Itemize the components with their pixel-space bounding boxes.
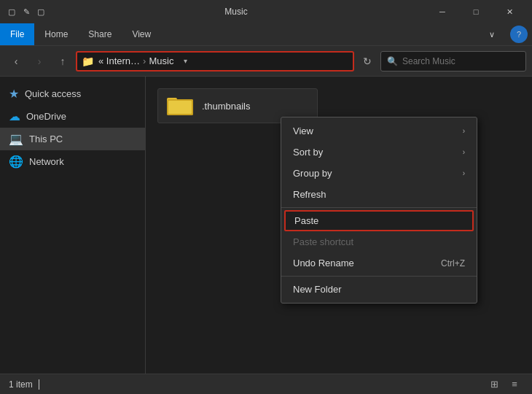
ctx-new-folder-label: New Folder	[293, 284, 341, 295]
status-item-count: 1 item	[9, 379, 33, 390]
search-icon: 🔍	[387, 56, 398, 66]
ctx-sort-by-label: Sort by	[293, 147, 323, 158]
ribbon-tabs: File Home Share View ∨ ?	[0, 23, 532, 45]
ctx-refresh[interactable]: Refresh	[281, 184, 477, 205]
address-dropdown-button[interactable]: ▾	[178, 57, 192, 65]
ctx-refresh-label: Refresh	[293, 189, 326, 200]
sidebar-label-network: Network	[29, 156, 64, 167]
nav-bar: ‹ › ↑ 📁 « Intern… › Music ▾ ↻ 🔍	[0, 46, 532, 77]
pc-icon: 💻	[9, 132, 23, 146]
star-icon: ★	[9, 87, 19, 101]
minimize-button[interactable]: ─	[426, 0, 459, 23]
title-bar: ▢ ✎ ▢ Music ─ □ ✕	[0, 0, 532, 23]
sidebar-item-network[interactable]: 🌐 Network	[0, 150, 145, 173]
app-icon-1: ▢	[6, 6, 17, 18]
sidebar-item-quick-access[interactable]: ★ Quick access	[0, 82, 145, 105]
address-part-2: Music	[149, 55, 173, 66]
svg-rect-3	[168, 101, 192, 114]
tab-file[interactable]: File	[0, 23, 34, 45]
network-icon: 🌐	[9, 155, 23, 169]
close-button[interactable]: ✕	[493, 0, 526, 23]
address-part-1: « Intern…	[98, 55, 140, 66]
ctx-view-label: View	[293, 125, 313, 136]
ctx-paste-shortcut: Paste shortcut	[281, 231, 477, 252]
search-input[interactable]	[402, 56, 520, 66]
ctx-view-arrow: ›	[463, 127, 465, 135]
status-cursor	[39, 379, 39, 390]
help-button[interactable]: ?	[510, 26, 528, 43]
folder-icon	[167, 95, 193, 117]
app-icon-3: ▢	[35, 6, 47, 18]
list-view-button[interactable]: ≡	[506, 376, 523, 393]
tab-share[interactable]: Share	[78, 23, 122, 45]
app-icon-2: ✎	[20, 6, 32, 18]
file-name-thumbnails: .thumbnails	[202, 101, 250, 112]
sidebar-label-this-pc: This PC	[29, 134, 63, 144]
tab-view[interactable]: View	[122, 23, 161, 45]
address-text: « Intern… › Music	[98, 55, 173, 66]
forward-button: ›	[29, 51, 50, 72]
sidebar-item-onedrive[interactable]: ☁ OneDrive	[0, 105, 145, 128]
sidebar-item-this-pc[interactable]: 💻 This PC	[0, 128, 145, 150]
maximize-button[interactable]: □	[459, 0, 493, 23]
ribbon-chevron-button[interactable]: ∨	[475, 23, 509, 46]
ctx-group-arrow: ›	[463, 169, 465, 177]
ribbon-right-controls: ∨ ?	[475, 23, 532, 46]
window-title: Music	[51, 7, 421, 17]
ctx-undo-rename-label: Undo Rename	[293, 258, 354, 269]
address-sep: ›	[143, 55, 146, 66]
file-area: .thumbnails View › Sort by › Group by › …	[146, 77, 532, 374]
ctx-paste-shortcut-label: Paste shortcut	[293, 236, 353, 247]
ctx-separator-2	[281, 276, 477, 277]
ctx-sort-by[interactable]: Sort by ›	[281, 142, 477, 163]
title-bar-app-icons: ▢ ✎ ▢	[6, 6, 47, 18]
context-menu: View › Sort by › Group by › Refresh Past…	[281, 117, 477, 304]
ctx-view[interactable]: View ›	[281, 120, 477, 142]
search-bar[interactable]: 🔍	[380, 51, 526, 72]
sidebar-label-onedrive: OneDrive	[26, 111, 66, 122]
ctx-separator-1	[281, 207, 477, 208]
grid-view-button[interactable]: ⊞	[485, 376, 503, 393]
sidebar: ★ Quick access ☁ OneDrive 💻 This PC 🌐 Ne…	[0, 77, 146, 374]
ribbon: File Home Share View ∨ ?	[0, 23, 532, 46]
refresh-button[interactable]: ↻	[357, 51, 378, 72]
status-bar: 1 item ⊞ ≡	[0, 374, 532, 394]
tab-home[interactable]: Home	[34, 23, 78, 45]
cloud-icon: ☁	[9, 109, 20, 123]
ctx-new-folder[interactable]: New Folder	[281, 279, 477, 300]
ctx-undo-rename[interactable]: Undo Rename Ctrl+Z	[281, 252, 477, 274]
main-content: ★ Quick access ☁ OneDrive 💻 This PC 🌐 Ne…	[0, 77, 532, 374]
window-controls: ─ □ ✕	[426, 0, 526, 23]
ctx-group-by-label: Group by	[293, 168, 332, 179]
back-button[interactable]: ‹	[6, 51, 26, 72]
up-button[interactable]: ↑	[52, 51, 73, 72]
ctx-group-by[interactable]: Group by ›	[281, 163, 477, 184]
status-view-icons: ⊞ ≡	[485, 376, 523, 393]
ctx-sort-arrow: ›	[463, 148, 465, 156]
address-folder-icon: 📁	[82, 55, 94, 67]
address-bar[interactable]: 📁 « Intern… › Music ▾	[76, 51, 354, 72]
ctx-paste-label: Paste	[294, 215, 318, 226]
ctx-undo-rename-shortcut: Ctrl+Z	[441, 258, 465, 269]
ctx-paste[interactable]: Paste	[284, 210, 474, 231]
sidebar-label-quick-access: Quick access	[25, 88, 81, 99]
